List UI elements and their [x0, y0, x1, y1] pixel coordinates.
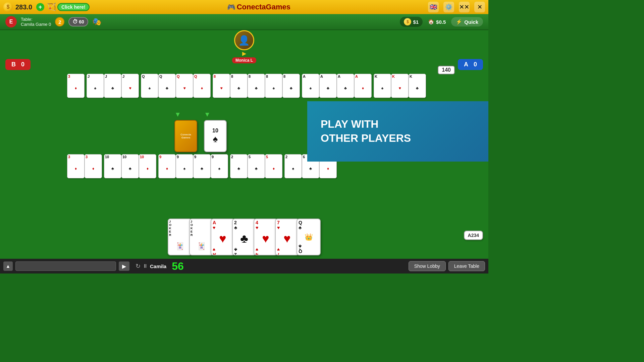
card-9-3[interactable]: 9 ♣ — [193, 154, 211, 178]
card-a1[interactable]: A ♠ — [302, 74, 319, 98]
card-group-kkk: K ♠ K ♥ K ♣ — [374, 74, 426, 98]
quick-button[interactable]: ⚡ Quick — [451, 17, 483, 26]
house-amount: 🏠 $0.5 — [428, 19, 446, 25]
timer-badge: ⏱ 60 — [68, 17, 88, 26]
card-9-4[interactable]: 9 ♠ — [211, 154, 228, 178]
deck-card[interactable]: ConectaGames — [174, 120, 197, 152]
card-a4[interactable]: A ♦ — [354, 74, 372, 98]
settings-button[interactable]: ⚙️ — [443, 2, 454, 12]
card-q1[interactable]: Q ♠ — [141, 74, 158, 98]
timer-value: 60 — [79, 19, 84, 24]
card-group-qqqq: Q ♠ Q ♣ Q ♥ Q ♦ — [141, 74, 211, 98]
table-label: Table: — [21, 17, 51, 22]
fullscreen-button[interactable]: ✕✕ — [459, 2, 470, 12]
a234-chip: A234 — [464, 231, 483, 240]
card-group-aaaa: A ♠ A ♣ A ♣ A ♦ — [302, 74, 372, 98]
click-here-button[interactable]: 🏹 Click here! — [47, 3, 90, 11]
leave-table-button[interactable]: Leave Table — [448, 261, 485, 271]
hand-card-7-hearts[interactable]: 7♥ ♥ 7♥ — [275, 219, 299, 255]
card-9-1[interactable]: 9 ♦ — [158, 154, 176, 178]
card-2-spade[interactable]: 2 ♠ — [284, 154, 302, 178]
card-3-diamonds[interactable]: 3 ♦ — [67, 74, 85, 98]
card-5-1[interactable]: 5 ♣ — [248, 154, 265, 178]
promo-text: PLAY WITHOTHER PLAYERS — [321, 117, 411, 145]
card-3d-2[interactable]: 3 ♦ — [85, 154, 102, 178]
language-button[interactable]: 🇬🇧 — [428, 2, 439, 12]
face-card-10[interactable]: 10 ♠ — [204, 120, 227, 152]
player-bottom-name: Camila — [150, 263, 166, 269]
card-group-88888: 8 ♥ 8 ♣ 8 ♣ 8 ♠ 8 ♣ — [213, 74, 300, 98]
score-b-val: 0 — [21, 61, 24, 68]
card-8-3[interactable]: 8 ♣ — [248, 74, 265, 98]
hand-card-q-clubs[interactable]: Q♣ 👑 Q♣ — [297, 219, 321, 255]
play-arrow-left: ▼ — [174, 111, 181, 118]
chat-toggle-button[interactable]: ▲ — [3, 261, 13, 271]
score-box-a: A 0 — [458, 59, 483, 70]
hand-card-4-hearts[interactable]: 4♥ ♥ 4♥ — [254, 219, 278, 255]
card-a2[interactable]: A ♣ — [319, 74, 337, 98]
card-5-2[interactable]: 5 ♦ — [265, 154, 282, 178]
quick-icon: ⚡ — [456, 19, 462, 25]
card-2c[interactable]: 2 ♣ — [230, 154, 248, 178]
close-button[interactable]: ✕ — [474, 2, 485, 12]
dollar-coin-icon: $ — [404, 18, 411, 25]
card-10-1[interactable]: 10 ♣ — [104, 154, 121, 178]
card-3d-1[interactable]: 3 ♦ — [67, 154, 85, 178]
table-info: Table: Camila Game 0 — [21, 17, 51, 27]
card-a3[interactable]: A ♣ — [337, 74, 354, 98]
top-bar-right: 🇬🇧 ⚙️ ✕✕ ✕ — [428, 2, 485, 12]
card-k1[interactable]: K ♠ — [374, 74, 391, 98]
logo-icon: 🎮 — [227, 3, 235, 11]
score-big: 56 — [172, 260, 184, 273]
avatar-arrow: ▶ — [242, 50, 246, 57]
card-j1[interactable]: J ♠ — [87, 74, 104, 98]
bottom-bar: ▲ ▶ ↻ ⏸ Camila 56 Show Lobby Leave Table — [0, 259, 488, 274]
arrow-icon: 🏹 — [47, 3, 56, 11]
play-area: ▼ ConectaGames 50 ▼ 10 ♠ Your turn — [174, 120, 227, 152]
quick-label: Quick — [464, 19, 478, 25]
card-q2[interactable]: Q ♣ — [158, 74, 176, 98]
card-8-5[interactable]: 8 ♣ — [282, 74, 300, 98]
hand-card-joker2[interactable]: JOKER 🃏 — [189, 219, 213, 255]
card-suit: ♦ — [67, 79, 84, 98]
card-8-4[interactable]: 8 ♠ — [265, 74, 282, 98]
balance-amount: 283.0 — [15, 3, 32, 11]
card-10-3[interactable]: 10 ♦ — [139, 154, 156, 178]
card-q4[interactable]: Q ♦ — [193, 74, 211, 98]
card-9-2[interactable]: 9 ♠ — [176, 154, 193, 178]
chat-send-button[interactable]: ▶ — [119, 261, 129, 271]
refresh-icon[interactable]: ↻ — [136, 262, 141, 270]
hand-card-joker1[interactable]: JOKER 🃏 — [168, 219, 192, 255]
e-badge: E — [5, 16, 17, 27]
emoji-button[interactable]: 🎭 — [92, 17, 101, 26]
hand-card-a-hearts[interactable]: A♥ ♥ A♥ — [211, 219, 235, 255]
card-j2[interactable]: J ♣ — [104, 74, 121, 98]
bet-amount: $ $1 — [400, 17, 423, 27]
pause-icon[interactable]: ⏸ — [143, 263, 148, 269]
chat-input[interactable] — [15, 261, 116, 271]
cards-top-row: 3 ♦ J ♠ J ♣ J ♥ Q ♠ — [67, 74, 426, 98]
card-group-jjj: J ♠ J ♣ J ♥ — [87, 74, 139, 98]
card-q3[interactable]: Q ♥ — [176, 74, 193, 98]
show-lobby-button[interactable]: Show Lobby — [409, 261, 446, 271]
promo-panel: PLAY WITHOTHER PLAYERS — [307, 101, 488, 162]
card-10-2[interactable]: 10 ♣ — [121, 154, 139, 178]
score-a-label: A — [464, 61, 468, 68]
card-group-101010: 10 ♣ 10 ♣ 10 ♦ — [104, 154, 156, 178]
bet-value: $1 — [413, 19, 419, 25]
hand-card-2-clubs[interactable]: 2♣ ♣ 2♣ — [232, 219, 256, 255]
add-balance-button[interactable]: + — [36, 3, 44, 11]
card-group-255: 2 ♣ 5 ♣ 5 ♦ — [230, 154, 282, 178]
table-name: Camila Game 0 — [21, 22, 51, 27]
player-count: 2 — [55, 17, 64, 26]
card-8-2[interactable]: 8 ♣ — [230, 74, 248, 98]
second-bar-right: $ $1 🏠 $0.5 ⚡ Quick — [400, 17, 483, 27]
player-top-name: Monica L — [232, 57, 256, 63]
card-8-1[interactable]: 8 ♥ — [213, 74, 230, 98]
card-k2[interactable]: K ♥ — [391, 74, 409, 98]
bottom-hand: JOKER 🃏 JOKER 🃏 A♥ ♥ A♥ 2♣ ♣ 2♣ 4♥ ♥ 4♥ … — [168, 219, 321, 255]
card-j3[interactable]: J ♥ — [121, 74, 139, 98]
card-group-9999: 9 ♦ 9 ♠ 9 ♣ 9 ♠ — [158, 154, 228, 178]
play-arrow-right: ▼ — [204, 111, 211, 118]
card-k3[interactable]: K ♣ — [409, 74, 426, 98]
